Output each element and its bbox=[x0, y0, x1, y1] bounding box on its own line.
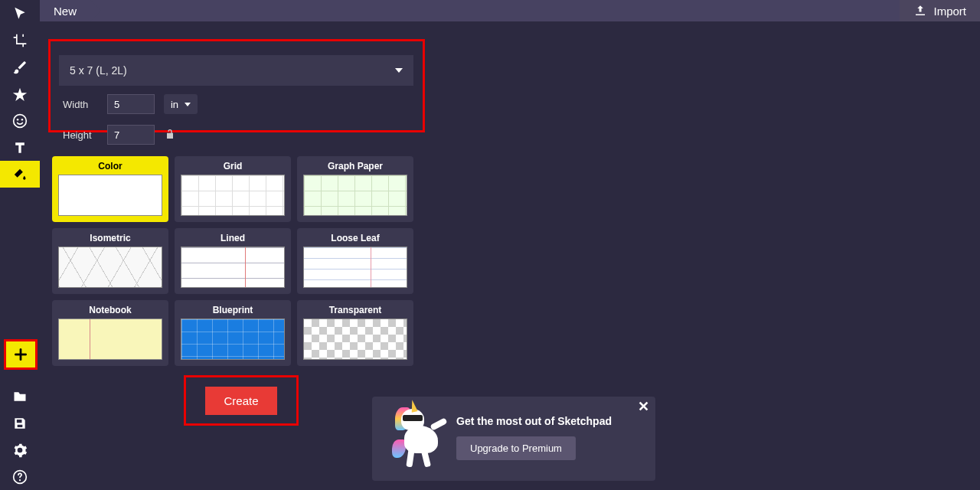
star-tool[interactable] bbox=[0, 80, 40, 107]
premium-popup: ✕ Get the most out of Sketchpad Upgrade … bbox=[372, 397, 655, 481]
width-row: Width in bbox=[63, 94, 415, 114]
unlock-icon bbox=[164, 128, 176, 140]
card-isometric-title: Isometric bbox=[90, 233, 130, 243]
card-loose-leaf-preview bbox=[303, 247, 407, 288]
height-row: Height bbox=[63, 125, 415, 145]
brush-tool[interactable] bbox=[0, 54, 40, 80]
pointer-tool[interactable] bbox=[0, 0, 40, 27]
card-blueprint-preview bbox=[181, 318, 285, 360]
header-bar: New Import bbox=[40, 0, 980, 21]
card-lined-preview bbox=[181, 247, 285, 288]
card-graph-paper-preview bbox=[303, 175, 407, 216]
height-label: Height bbox=[63, 129, 98, 141]
card-loose-leaf-title: Loose Leaf bbox=[331, 233, 379, 243]
text-icon bbox=[12, 140, 28, 155]
star-icon bbox=[12, 87, 28, 102]
width-input[interactable] bbox=[107, 94, 155, 114]
card-isometric-preview bbox=[58, 247, 162, 288]
brush-icon bbox=[12, 60, 28, 75]
import-label: Import bbox=[933, 5, 966, 18]
card-grid-preview bbox=[181, 175, 285, 216]
card-blueprint[interactable]: Blueprint bbox=[175, 300, 291, 366]
upgrade-button[interactable]: Upgrade to Premium bbox=[456, 436, 576, 460]
save-button[interactable] bbox=[0, 410, 40, 436]
lock-toggle[interactable] bbox=[164, 128, 176, 142]
fill-tool[interactable] bbox=[0, 161, 40, 188]
face-tool[interactable] bbox=[0, 107, 40, 134]
card-graph-paper[interactable]: Graph Paper bbox=[297, 156, 413, 222]
card-transparent-title: Transparent bbox=[329, 305, 382, 315]
create-button[interactable]: Create bbox=[205, 387, 276, 415]
import-button[interactable]: Import bbox=[900, 0, 980, 21]
card-transparent[interactable]: Transparent bbox=[297, 300, 413, 366]
face-icon bbox=[12, 113, 28, 129]
card-blueprint-title: Blueprint bbox=[213, 305, 253, 315]
card-notebook-preview bbox=[58, 318, 162, 360]
crop-tool[interactable] bbox=[0, 27, 40, 54]
close-icon: ✕ bbox=[638, 399, 649, 414]
card-notebook[interactable]: Notebook bbox=[52, 300, 168, 366]
background-card-grid: Color Grid Graph Paper Isometric Lined L… bbox=[52, 156, 413, 366]
tab-new-label: New bbox=[54, 5, 77, 18]
fill-icon bbox=[12, 167, 28, 182]
upload-icon bbox=[913, 4, 927, 18]
tab-new[interactable]: New bbox=[40, 0, 90, 21]
unit-select[interactable]: in bbox=[164, 94, 198, 114]
card-graph-paper-title: Graph Paper bbox=[328, 161, 383, 172]
pointer-icon bbox=[12, 6, 28, 21]
toolbar-left bbox=[0, 0, 40, 490]
chevron-down-icon bbox=[185, 103, 191, 106]
chevron-down-icon bbox=[395, 68, 403, 73]
width-label: Width bbox=[63, 99, 98, 110]
highlight-preset-box bbox=[48, 39, 425, 132]
card-notebook-title: Notebook bbox=[89, 305, 131, 315]
card-color-title: Color bbox=[98, 161, 122, 172]
unicorn-graphic bbox=[387, 401, 452, 475]
main-panel: 5 x 7 (L, 2L) Width in Height Color Grid… bbox=[40, 21, 980, 490]
help-button[interactable] bbox=[0, 463, 40, 490]
height-input[interactable] bbox=[107, 125, 155, 145]
card-lined-title: Lined bbox=[220, 233, 245, 243]
preset-label: 5 x 7 (L, 2L) bbox=[70, 64, 127, 77]
text-tool[interactable] bbox=[0, 134, 40, 161]
plus-icon bbox=[12, 346, 29, 363]
folder-button[interactable] bbox=[0, 383, 40, 410]
crop-icon bbox=[12, 33, 28, 48]
card-transparent-preview bbox=[303, 318, 407, 360]
svg-point-2 bbox=[21, 119, 24, 121]
new-document-button[interactable] bbox=[4, 339, 38, 370]
card-grid-title: Grid bbox=[224, 161, 243, 172]
preset-select[interactable]: 5 x 7 (L, 2L) bbox=[59, 55, 413, 86]
svg-point-4 bbox=[19, 479, 21, 481]
card-isometric[interactable]: Isometric bbox=[52, 228, 168, 294]
card-color[interactable]: Color bbox=[52, 156, 168, 222]
unit-label: in bbox=[171, 99, 178, 110]
highlight-create-box: Create bbox=[184, 375, 299, 426]
gear-icon bbox=[12, 443, 28, 458]
close-button[interactable]: ✕ bbox=[638, 400, 649, 413]
settings-button[interactable] bbox=[0, 436, 40, 463]
popup-title: Get the most out of Sketchpad bbox=[456, 415, 642, 427]
card-grid[interactable]: Grid bbox=[175, 156, 291, 222]
svg-point-1 bbox=[17, 119, 18, 121]
card-color-preview bbox=[58, 175, 162, 216]
svg-point-0 bbox=[14, 114, 27, 127]
card-lined[interactable]: Lined bbox=[175, 228, 291, 294]
folder-icon bbox=[12, 389, 28, 404]
help-icon bbox=[12, 469, 28, 485]
card-loose-leaf[interactable]: Loose Leaf bbox=[297, 228, 413, 294]
save-icon bbox=[12, 416, 28, 431]
